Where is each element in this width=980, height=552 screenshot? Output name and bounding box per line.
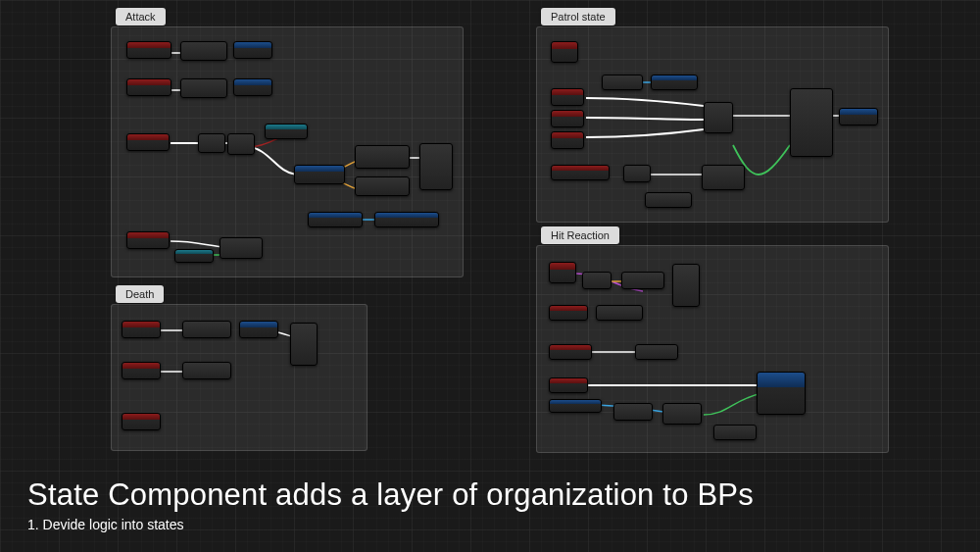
node[interactable] bbox=[233, 78, 272, 96]
node[interactable] bbox=[122, 413, 161, 430]
node[interactable] bbox=[233, 41, 272, 59]
node[interactable] bbox=[290, 323, 318, 366]
node[interactable] bbox=[549, 377, 588, 393]
node[interactable] bbox=[613, 403, 653, 421]
node[interactable] bbox=[582, 272, 612, 289]
node[interactable] bbox=[551, 41, 578, 63]
node[interactable] bbox=[198, 133, 225, 153]
node[interactable] bbox=[651, 75, 698, 90]
node[interactable] bbox=[355, 145, 410, 169]
node[interactable] bbox=[549, 305, 588, 321]
node[interactable] bbox=[122, 321, 161, 338]
caption-bullet: 1. Devide logic into states bbox=[27, 517, 754, 532]
comment-box-hitreaction[interactable]: Hit Reaction bbox=[536, 245, 889, 453]
node[interactable] bbox=[126, 133, 170, 151]
node[interactable] bbox=[549, 262, 576, 283]
node[interactable] bbox=[551, 110, 584, 127]
node[interactable] bbox=[623, 165, 651, 182]
node[interactable] bbox=[220, 237, 263, 259]
node[interactable] bbox=[174, 249, 214, 263]
node[interactable] bbox=[265, 124, 308, 139]
node[interactable] bbox=[635, 344, 678, 360]
slide-caption: State Component adds a layer of organiza… bbox=[27, 477, 754, 532]
node[interactable] bbox=[182, 362, 231, 379]
node[interactable] bbox=[713, 425, 757, 440]
node[interactable] bbox=[704, 102, 733, 133]
node[interactable] bbox=[239, 321, 278, 338]
comment-box-death[interactable]: Death bbox=[111, 304, 368, 451]
node[interactable] bbox=[839, 108, 878, 125]
node[interactable] bbox=[180, 78, 227, 98]
node[interactable] bbox=[702, 165, 745, 190]
comment-label-attack[interactable]: Attack bbox=[116, 8, 166, 25]
node[interactable] bbox=[374, 212, 439, 227]
node[interactable] bbox=[549, 344, 592, 360]
node[interactable] bbox=[126, 78, 172, 96]
node[interactable] bbox=[551, 88, 584, 106]
node[interactable] bbox=[596, 305, 643, 321]
node[interactable] bbox=[551, 165, 610, 180]
node[interactable] bbox=[227, 133, 255, 155]
node[interactable] bbox=[549, 399, 602, 413]
node[interactable] bbox=[294, 165, 345, 184]
node[interactable] bbox=[180, 41, 227, 61]
comment-label-patrol[interactable]: Patrol state bbox=[541, 8, 615, 25]
comment-label-death[interactable]: Death bbox=[116, 285, 164, 303]
node[interactable] bbox=[790, 88, 833, 157]
node[interactable] bbox=[645, 192, 692, 208]
caption-title: State Component adds a layer of organiza… bbox=[27, 477, 754, 513]
node[interactable] bbox=[122, 362, 161, 379]
node[interactable] bbox=[757, 372, 806, 415]
node[interactable] bbox=[355, 176, 410, 196]
node[interactable] bbox=[551, 131, 584, 149]
node[interactable] bbox=[419, 143, 453, 190]
comment-label-hitreaction[interactable]: Hit Reaction bbox=[541, 226, 619, 244]
node[interactable] bbox=[308, 212, 363, 227]
node[interactable] bbox=[621, 272, 664, 289]
node[interactable] bbox=[126, 231, 170, 249]
node[interactable] bbox=[672, 264, 700, 307]
comment-box-patrol[interactable]: Patrol state bbox=[536, 26, 889, 223]
comment-box-attack[interactable]: Attack bbox=[111, 26, 464, 277]
node[interactable] bbox=[602, 75, 643, 90]
node[interactable] bbox=[182, 321, 231, 338]
node[interactable] bbox=[126, 41, 172, 59]
node[interactable] bbox=[662, 403, 702, 425]
